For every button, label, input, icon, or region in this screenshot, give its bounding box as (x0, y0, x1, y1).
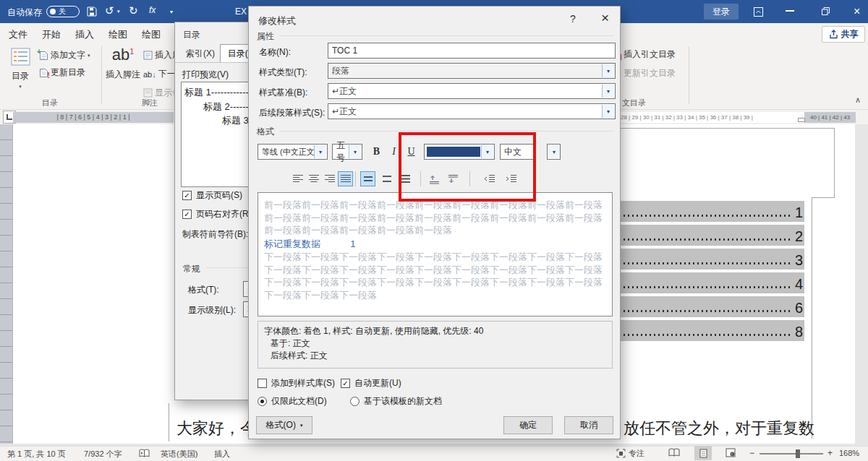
update-citation-toc-item[interactable]: 更新引文目录 (612, 67, 676, 79)
save-icon[interactable] (87, 7, 97, 17)
web-layout-button[interactable]: ! (726, 448, 736, 457)
zoom-slider-thumb[interactable] (796, 449, 800, 458)
tab-home[interactable]: 开始 (42, 28, 61, 41)
dot-leader (596, 214, 793, 217)
toc-group-label: 目录 (42, 98, 58, 108)
checkbox-unchecked-icon (258, 379, 267, 388)
insert-mode-status[interactable]: 插入 (214, 449, 230, 460)
quickbar-more-icon[interactable]: ▾ (170, 9, 173, 15)
toc-entry-row[interactable]: 6 (595, 296, 804, 317)
toc-big-button[interactable]: 目录 ▾ (6, 46, 35, 106)
minimize-button[interactable] (786, 10, 794, 12)
show-notes-icon (143, 88, 153, 98)
signin-button[interactable]: 登录 (704, 4, 739, 20)
undo-dropdown-icon[interactable]: ▾ (117, 9, 120, 14)
close-button[interactable]: × (854, 5, 860, 18)
body-text-right[interactable]: 放任不管之外，对于重复数 (624, 418, 814, 439)
align-right-button[interactable] (322, 171, 337, 186)
update-toc-item[interactable]: ! 更新目录 (39, 66, 85, 79)
update-toc-icon: ! (39, 68, 48, 78)
font-name-combo[interactable]: 等线 (中文正文)▾ (258, 144, 328, 160)
toc-page-number: 3 (795, 253, 804, 270)
dialog-close-icon[interactable]: × (601, 10, 609, 26)
radio-unselected-icon (350, 397, 359, 406)
auto-update-option[interactable]: ✓ 自动更新(U) (341, 377, 401, 389)
fx-icon[interactable]: fx (149, 5, 156, 15)
print-layout-button[interactable] (694, 446, 712, 460)
toc-entry-row[interactable]: 2 (595, 225, 804, 246)
align-left-button[interactable] (290, 171, 305, 186)
toc-dropdown-icon: ▾ (19, 84, 22, 90)
share-button[interactable]: 共享 (822, 26, 865, 43)
tab-stop-icon (7, 114, 12, 120)
show-pagenum-option[interactable]: ✓ 显示页码(S) (182, 189, 242, 202)
ruler-left-margin[interactable]: | 8 | 7 | 6 | 5 | 4 | 3 | 2 | 1 | (13, 112, 174, 123)
toc-big-button-label: 目录 (12, 70, 29, 82)
single-spacing-button[interactable] (360, 171, 375, 186)
following-style-combo[interactable]: ↵正文▾ (328, 103, 616, 119)
format-menu-button[interactable]: 格式(O) ▾ (256, 416, 312, 434)
name-label: 名称(N): (259, 46, 291, 59)
read-mode-button[interactable] (668, 448, 680, 457)
add-text-item[interactable]: + 添加文字 ▾ (39, 49, 90, 61)
tab-file[interactable]: 文件 (9, 28, 27, 41)
tab-index[interactable]: 索引(X) (181, 46, 220, 62)
bold-button[interactable]: B (369, 144, 384, 159)
zoom-in-button[interactable]: + (827, 448, 833, 458)
autosave-toggle[interactable]: 关 (46, 6, 80, 17)
insert-footnote-button[interactable]: ab1 插入脚注 (106, 46, 140, 106)
indent-marker-body[interactable] (798, 118, 805, 122)
new-docs-template-option[interactable]: 基于该模板的新文档 (350, 395, 442, 408)
redo-icon[interactable]: ↻ (129, 4, 138, 17)
toc-entry-row[interactable]: 1 (595, 201, 804, 222)
one-half-spacing-button[interactable] (379, 171, 394, 186)
toc-entry-row[interactable]: 8 (595, 320, 804, 341)
tab-insert[interactable]: 插入 (75, 28, 94, 41)
collapse-ribbon-icon[interactable]: ∧ (855, 95, 861, 105)
page-info[interactable]: 第 1 页, 共 10 页 (7, 449, 66, 460)
zoom-slider-track[interactable] (760, 453, 823, 454)
body-text-left[interactable]: 大家好，今 (176, 418, 256, 439)
tab-draw[interactable]: 绘图 (109, 28, 127, 41)
add-to-gallery-option[interactable]: 添加到样式库(S) (258, 377, 335, 389)
word-count[interactable]: 7/932 个字 (84, 449, 122, 460)
frame-right-lower (812, 197, 812, 439)
ribbon-display-options-icon[interactable] (754, 7, 763, 17)
insert-citation-toc-item[interactable]: 引 插入引文目录 (612, 48, 676, 61)
focus-mode-button[interactable]: 专注 (616, 448, 644, 459)
insert-footnote-label: 插入脚注 (106, 69, 140, 81)
name-input[interactable]: TOC 1 (328, 43, 616, 59)
toc-icon (11, 48, 30, 66)
vertical-ruler[interactable] (0, 124, 13, 444)
zoom-level[interactable]: 168% (839, 449, 859, 457)
ruler-page-area[interactable]: 28 | 29 | 30 | 31 | 32 | 33 | 34 | 35 | … (621, 112, 804, 123)
ok-button[interactable]: 确定 (503, 416, 553, 434)
toc-entry-row[interactable]: 4 (595, 272, 804, 293)
zoom-out-button[interactable]: − (749, 448, 754, 458)
dot-leader (596, 285, 793, 289)
help-icon[interactable]: ? (570, 13, 576, 25)
cancel-button[interactable]: 取消 (564, 416, 613, 434)
frame-left-lower (169, 403, 169, 441)
only-this-doc-label: 仅限此文档(D) (271, 395, 327, 408)
undo-icon[interactable]: ↺ (105, 4, 114, 17)
toc-entry-row[interactable]: 3 (595, 249, 804, 270)
toc-page-number: 6 (795, 301, 804, 317)
align-justify-button[interactable] (338, 171, 353, 186)
insert-endnote-icon (143, 51, 153, 60)
signin-label: 登录 (712, 6, 730, 18)
font-size-combo[interactable]: 五号▾ (332, 144, 362, 160)
only-this-doc-option[interactable]: 仅限此文档(D) (258, 395, 327, 408)
right-align-option[interactable]: ✓ 页码右对齐(R) (182, 208, 252, 220)
style-based-combo[interactable]: ↵正文▾ (328, 83, 616, 99)
preview-sample-text: 标记重复数据 (264, 238, 320, 249)
ruler-right-margin[interactable]: 40 | 41 | 42 | 43 (804, 112, 856, 123)
language-status[interactable]: 英语(美国) (161, 449, 197, 460)
tab-draw2[interactable]: 绘图 (142, 28, 161, 41)
language-dropdown[interactable]: ▾ (547, 144, 561, 160)
style-type-combo[interactable]: 段落▾ (328, 63, 616, 79)
align-center-button[interactable] (306, 171, 321, 186)
restore-button[interactable] (822, 7, 830, 15)
add-text-dropdown-icon: ▾ (88, 53, 90, 59)
proofing-icon[interactable] (139, 449, 150, 458)
